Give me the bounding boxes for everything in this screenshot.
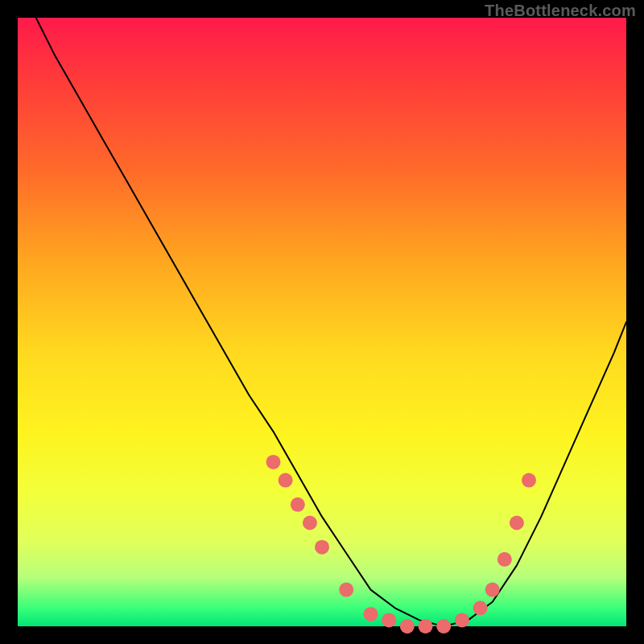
data-marker [382,613,396,627]
chart-svg [18,18,626,626]
plot-area [18,18,626,626]
data-marker [400,619,415,634]
data-marker [473,601,488,615]
data-marker [510,516,524,530]
data-marker [266,455,281,469]
marker-layer [266,455,537,634]
data-marker [419,619,433,634]
data-marker [522,473,536,488]
chart-frame: TheBottleneck.com [0,0,644,644]
data-marker [485,583,500,597]
data-marker [303,516,317,530]
data-marker [279,473,293,488]
bottleneck-curve [36,18,626,626]
data-marker [315,540,329,555]
data-marker [339,583,353,597]
data-marker [455,613,469,627]
curve-layer [36,18,626,626]
data-marker [436,619,451,634]
data-marker [497,552,512,567]
data-marker [291,497,305,512]
watermark-text: TheBottleneck.com [485,2,636,20]
data-marker [364,607,378,621]
